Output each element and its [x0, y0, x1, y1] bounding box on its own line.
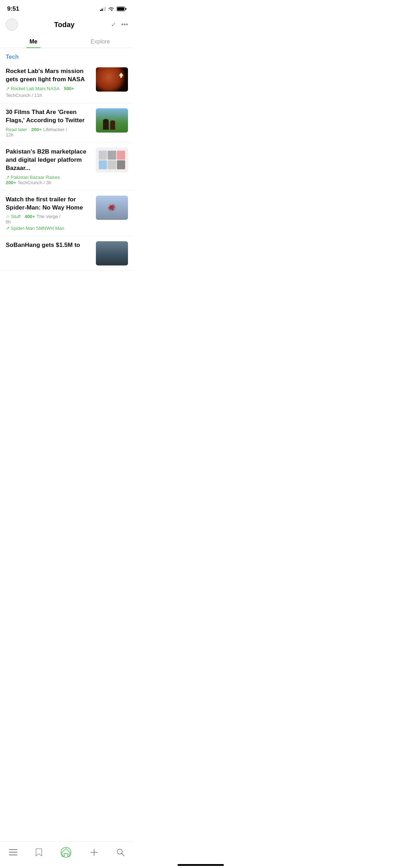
article-meta-3: ↗ Pakistan Bazaar Raises ·: [6, 175, 92, 180]
article-source-3: TechCrunch / 3h: [17, 180, 51, 185]
article-item-5[interactable]: SoBanHang gets $1.5M to: [0, 236, 134, 271]
article-meta-4: ☆ Stuff · 400+ The Verge /: [6, 214, 92, 219]
article-thumb-1: [96, 67, 128, 92]
svg-rect-1: [125, 8, 127, 10]
article-tag-1: ↗ Rocket Lab Mars NASA: [6, 86, 60, 91]
trending-arrow-icon-4: ↗: [6, 226, 10, 231]
article-count-4: 400+: [25, 214, 35, 219]
article-tag-3: ↗ Pakistan Bazaar Raises: [6, 175, 60, 180]
check-button[interactable]: ✓: [111, 21, 116, 29]
article-content-4: Watch the first trailer for Spider-Man: …: [6, 196, 92, 231]
article-meta-3b: 200+ TechCrunch / 3h: [6, 180, 92, 185]
article-tag2-4: ↗ Spider-Man SMNWH Man: [6, 226, 64, 231]
star-icon-4: ☆: [6, 214, 10, 219]
article-tag-2: Read later: [6, 127, 27, 132]
article-title-1: Rocket Lab's Mars mission gets green lig…: [6, 67, 92, 84]
signal-icon: [100, 7, 106, 11]
article-title-4: Watch the first trailer for Spider-Man: …: [6, 196, 92, 212]
article-item-4[interactable]: Watch the first trailer for Spider-Man: …: [0, 191, 134, 237]
article-meta-4c: ↗ Spider-Man SMNWH Man: [6, 226, 92, 231]
section-label: Tech: [0, 48, 134, 62]
wifi-icon: [108, 7, 114, 11]
tabs: Me Explore: [0, 35, 134, 48]
article-content-1: Rocket Lab's Mars mission gets green lig…: [6, 67, 92, 98]
page-title: Today: [54, 21, 74, 29]
status-icons: [100, 6, 127, 11]
article-item-3[interactable]: Pakistan's B2B marketplace and digital l…: [0, 143, 134, 191]
article-tag-4: ☆ Stuff: [6, 214, 21, 219]
svg-rect-2: [117, 7, 124, 11]
article-content-5: SoBanHang gets $1.5M to: [6, 241, 92, 252]
trending-arrow-icon-3: ↗: [6, 175, 10, 180]
article-thumb-5: [96, 241, 128, 265]
article-thumb-4: [96, 196, 128, 220]
trending-arrow-icon: ↗: [6, 86, 10, 91]
article-content-3: Pakistan's B2B marketplace and digital l…: [6, 148, 92, 185]
tab-me[interactable]: Me: [0, 35, 67, 48]
article-meta-1: ↗ Rocket Lab Mars NASA · 500+ TechCrunch…: [6, 86, 92, 98]
battery-icon: [117, 6, 127, 11]
article-meta-4b: 6h ·: [6, 219, 92, 224]
article-count-2: 200+: [31, 127, 42, 132]
article-count-3: 200+: [6, 180, 16, 185]
article-thumb-3: [96, 148, 128, 172]
article-source-2: Lifehacker /: [43, 127, 67, 132]
article-meta-2: Read later · 200+ Lifehacker /: [6, 127, 92, 132]
article-meta-2b: 12h: [6, 132, 92, 138]
main-content: Tech Rocket Lab's Mars mission gets gree…: [0, 48, 134, 299]
header: Today ✓ •••: [0, 16, 134, 35]
tab-explore[interactable]: Explore: [67, 35, 134, 48]
more-button[interactable]: •••: [121, 21, 128, 29]
article-title-3: Pakistan's B2B marketplace and digital l…: [6, 148, 92, 172]
header-actions: ✓ •••: [111, 21, 128, 29]
article-item-1[interactable]: Rocket Lab's Mars mission gets green lig…: [0, 62, 134, 103]
article-thumb-2: [96, 108, 128, 133]
article-title-2: 30 Films That Are 'Green Flags,' Accordi…: [6, 108, 92, 125]
avatar[interactable]: [6, 19, 18, 31]
article-content-2: 30 Films That Are 'Green Flags,' Accordi…: [6, 108, 92, 138]
article-item-2[interactable]: 30 Films That Are 'Green Flags,' Accordi…: [0, 103, 134, 143]
article-title-5: SoBanHang gets $1.5M to: [6, 241, 92, 249]
article-source-1: TechCrunch / 11h: [6, 93, 42, 98]
article-source-4: The Verge /: [36, 214, 60, 219]
status-time: 9:51: [7, 5, 19, 12]
article-count-1: 500+: [64, 86, 74, 91]
status-bar: 9:51: [0, 0, 134, 16]
